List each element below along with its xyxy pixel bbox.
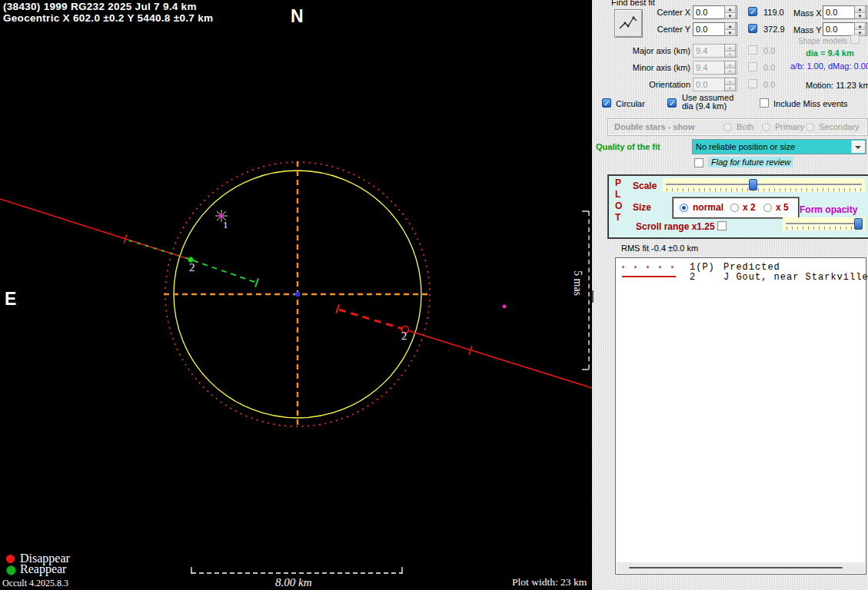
shape-models-label: Shape models [798, 36, 847, 46]
panel-splitter-handle[interactable] [592, 290, 594, 303]
major-axis-spinner: ▲▼ [724, 44, 736, 58]
double-stars-both-radio [723, 123, 732, 131]
chord2-red-dashed [339, 310, 403, 329]
vertical-scale-label: 5 mas [571, 270, 584, 296]
chord2-green-dashed [193, 260, 257, 283]
orientation-alt-value: 0.0 [763, 80, 775, 90]
spinner-down-icon: ▼ [725, 51, 735, 57]
double-stars-group: Double stars - show Both Primary Seconda… [607, 118, 868, 136]
orientation-spinner: ▲▼ [724, 78, 736, 91]
chord2-red-endcap [336, 304, 339, 313]
x-fit-value: 119.0 [763, 8, 784, 18]
double-stars-primary-label: Primary [775, 122, 804, 132]
plot-letter: L [615, 189, 620, 200]
major-axis-alt-value: 0.0 [763, 46, 775, 56]
minor-axis-fit-checkbox [748, 62, 757, 71]
orientation-fit-checkbox [748, 79, 757, 88]
chord-plot-area[interactable]: (38430) 1999 RG232 2025 Jul 7 9.4 km Geo… [0, 0, 592, 590]
spinner-up-icon[interactable]: ▲ [725, 6, 735, 12]
y-fit-checkbox[interactable] [748, 24, 757, 33]
plot-letter: O [615, 201, 622, 211]
circular-checkbox[interactable] [602, 98, 611, 108]
disappear-legend-icon [6, 555, 15, 563]
rms-fit-label: RMS fit -0.4 ±0.0 km [621, 244, 698, 254]
spinner-down-icon[interactable]: ▼ [855, 12, 865, 18]
double-stars-secondary-label: Secondary [819, 122, 860, 132]
double-stars-secondary-radio [806, 123, 814, 131]
star1-label: 1 [223, 219, 228, 231]
form-opacity-thumb[interactable] [854, 218, 863, 230]
scale-slider[interactable] [663, 178, 865, 192]
circular-label: Circular [616, 99, 645, 109]
center-x-spinner[interactable]: ▲▼ [724, 5, 736, 19]
size-x2-radio[interactable] [730, 204, 739, 212]
scale-slider-thumb[interactable] [749, 179, 757, 191]
scale-bar-label: 8.00 km [275, 576, 312, 589]
scroll-range-checkbox[interactable] [717, 221, 727, 230]
chord-name: J Gout, near Starkville [723, 272, 868, 283]
y-fit-value: 372.9 [763, 25, 785, 35]
size-normal-radio[interactable] [680, 204, 688, 212]
shape-models-checkbox [850, 35, 860, 44]
predicted-dotted-swatch [622, 266, 624, 268]
center-dot [295, 292, 300, 297]
quality-dropdown[interactable]: No reliable position or size [692, 139, 866, 154]
x-fit-checkbox[interactable] [748, 7, 757, 16]
plot-title-line1: (38430) 1999 RG232 2025 Jul 7 9.4 km [3, 1, 197, 12]
chord-number: 2 [690, 272, 723, 283]
chord-list-row[interactable]: 2J Gout, near Starkville [690, 272, 868, 283]
form-opacity-track[interactable] [786, 223, 862, 224]
chord-name: Predicted [723, 262, 780, 273]
chord2-green-endcap [255, 278, 258, 287]
form-opacity-slider[interactable] [783, 217, 865, 230]
flag-review-checkbox[interactable] [694, 158, 703, 167]
major-axis-label: Major axis (km) [607, 46, 690, 56]
flag-review-label: Flag for future review [708, 157, 793, 167]
east-label: E [5, 289, 16, 310]
size-x2-label: x 2 [743, 202, 756, 213]
plot-width-label: Plot width: 23 km [512, 576, 587, 588]
chord-list[interactable]: 1(P)Predicted 2J Gout, near Starkville [615, 257, 866, 575]
size-x5-radio[interactable] [763, 204, 772, 212]
plot-title-line2: Geocentric X 602.0 ±0.2 Y 5440.8 ±0.7 km [3, 12, 213, 24]
plot-letter: P [615, 177, 621, 188]
spinner-up-icon: ▲ [725, 78, 735, 85]
chord-list-row[interactable]: 1(P)Predicted [690, 262, 780, 273]
chord-list-hscrollbar[interactable] [617, 562, 865, 573]
star2-dot [503, 305, 507, 309]
hscrollbar-thumb[interactable] [629, 567, 843, 568]
size-radio-group: normal x 2 x 5 [673, 197, 799, 218]
major-axis-fit-checkbox [748, 45, 757, 55]
spinner-up-icon[interactable]: ▲ [855, 6, 865, 12]
double-stars-primary-radio [762, 123, 770, 131]
spinner-down-icon[interactable]: ▼ [725, 29, 735, 35]
spinner-down-icon: ▼ [725, 68, 735, 74]
use-assumed-dia-label: Use assumed dia (9.4 km) [682, 94, 747, 111]
spinner-up-icon: ▲ [725, 61, 735, 68]
spinner-down-icon[interactable]: ▼ [725, 12, 735, 18]
scale-slider-track[interactable] [666, 184, 862, 185]
size-x5-label: x 5 [776, 202, 789, 213]
include-miss-checkbox[interactable] [760, 98, 769, 108]
find-best-fit-label: Find best fit [611, 0, 655, 8]
occult-window: (38430) 1999 RG232 2025 Jul 7 9.4 km Geo… [0, 0, 868, 590]
size-label: Size [633, 202, 651, 213]
dropdown-arrow-icon[interactable] [851, 141, 865, 153]
use-assumed-dia-checkbox[interactable] [667, 98, 677, 108]
minor-axis-label: Minor axis (km) [607, 63, 690, 73]
fit-control-panel: Find best fit Center X ▲▼ 119.0 Mass X ▲… [592, 0, 868, 590]
mass-y-label: Mass Y [793, 25, 821, 35]
minor-axis-spinner: ▲▼ [724, 61, 736, 75]
spinner-up-icon[interactable]: ▲ [725, 23, 735, 29]
center-y-spinner[interactable]: ▲▼ [724, 22, 736, 36]
scale-label: Scale [633, 181, 657, 191]
double-stars-both-label: Both [737, 122, 754, 132]
legend-reappear-label: Reappear [20, 562, 66, 576]
spinner-up-icon: ▲ [725, 45, 735, 51]
chord-number: 1(P) [690, 262, 723, 273]
mass-x-spinner[interactable]: ▲▼ [854, 5, 866, 19]
spinner-up-icon[interactable]: ▲ [855, 23, 865, 29]
chord-plot-canvas[interactable] [0, 0, 592, 590]
minor-axis-alt-value: 0.0 [763, 63, 775, 73]
motion-readout: Motion: 11.23 km/s [806, 81, 868, 91]
